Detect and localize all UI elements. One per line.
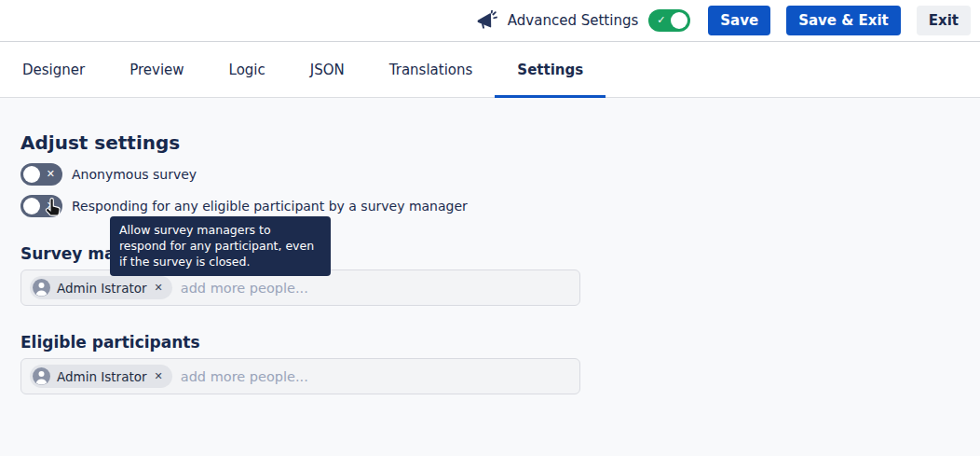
tooltip: Allow survey managers to respond for any… bbox=[110, 216, 331, 276]
manager-responding-toggle[interactable]: ✕ bbox=[20, 195, 62, 217]
megaphone-icon[interactable] bbox=[476, 10, 497, 32]
advanced-settings-group: Advanced Settings ✓ bbox=[476, 9, 690, 32]
tab-settings[interactable]: Settings bbox=[495, 42, 606, 97]
x-icon: ✕ bbox=[47, 169, 55, 179]
exit-button[interactable]: Exit bbox=[917, 6, 971, 35]
tab-logic[interactable]: Logic bbox=[207, 42, 288, 97]
save-button[interactable]: Save bbox=[708, 6, 770, 35]
person-icon bbox=[33, 367, 50, 385]
toggle-knob bbox=[671, 12, 687, 29]
tab-json[interactable]: JSON bbox=[288, 42, 367, 97]
eligible-participants-input[interactable] bbox=[181, 369, 571, 384]
remove-person-icon[interactable]: ✕ bbox=[154, 282, 164, 294]
survey-settings-page: Advanced Settings ✓ Save Save & Exit Exi… bbox=[0, 0, 980, 456]
manager-responding-row: ✕ Responding for any eligible participan… bbox=[20, 195, 960, 217]
tab-bar: Designer Preview Logic JSON Translations… bbox=[0, 42, 980, 98]
page-title: Adjust settings bbox=[20, 131, 960, 154]
eligible-participants-heading: Eligible participants bbox=[20, 333, 960, 352]
anonymous-survey-row: ✕ Anonymous survey bbox=[20, 163, 960, 186]
person-chip-name: Admin Istrator bbox=[57, 369, 147, 384]
person-chip: Admin Istrator ✕ bbox=[30, 365, 172, 388]
toggle-knob bbox=[23, 198, 40, 214]
remove-person-icon[interactable]: ✕ bbox=[154, 370, 164, 382]
tab-preview[interactable]: Preview bbox=[107, 42, 206, 97]
top-toolbar: Advanced Settings ✓ Save Save & Exit Exi… bbox=[0, 0, 980, 42]
person-chip-name: Admin Istrator bbox=[57, 281, 147, 296]
advanced-settings-toggle[interactable]: ✓ bbox=[648, 9, 690, 32]
anonymous-survey-label: Anonymous survey bbox=[72, 167, 197, 182]
person-icon bbox=[33, 279, 50, 297]
manager-responding-label: Responding for any eligible participant … bbox=[72, 199, 468, 214]
toggle-knob bbox=[23, 166, 40, 183]
survey-managers-input[interactable] bbox=[181, 281, 571, 296]
tab-designer[interactable]: Designer bbox=[0, 42, 107, 97]
anonymous-survey-toggle[interactable]: ✕ bbox=[20, 163, 62, 186]
person-chip: Admin Istrator ✕ bbox=[30, 276, 172, 299]
check-icon: ✓ bbox=[657, 15, 665, 25]
tab-translations[interactable]: Translations bbox=[367, 42, 496, 97]
save-and-exit-button[interactable]: Save & Exit bbox=[786, 6, 901, 35]
x-icon: ✕ bbox=[47, 200, 55, 211]
eligible-participants-input-box[interactable]: Admin Istrator ✕ bbox=[20, 358, 580, 394]
advanced-settings-label: Advanced Settings bbox=[508, 12, 638, 29]
